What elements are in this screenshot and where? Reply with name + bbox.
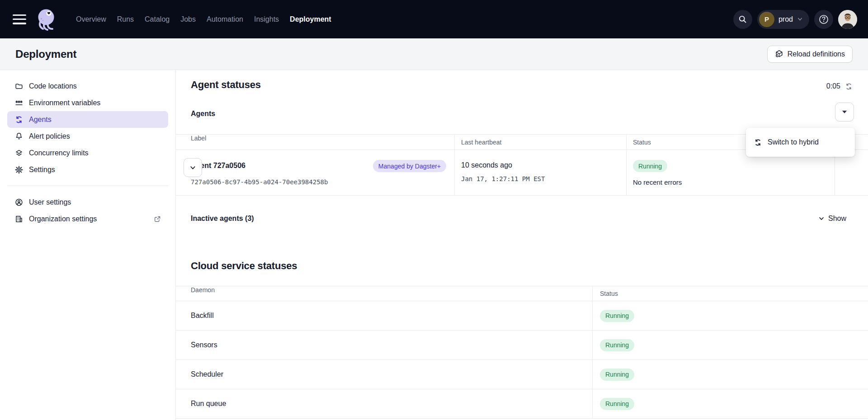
show-label: Show <box>828 215 846 223</box>
sidebar-item-concurrency-limits[interactable]: Concurrency limits <box>7 145 168 161</box>
nav-item-jobs[interactable]: Jobs <box>175 0 201 38</box>
search-icon <box>738 15 747 23</box>
daemon-row-backfill: Backfill Running <box>176 301 868 331</box>
sidebar-item-label: Organization settings <box>29 215 97 223</box>
bell-icon <box>15 132 23 140</box>
building-icon <box>15 215 23 223</box>
cloud-service-statuses-title: Cloud service statuses <box>191 260 297 272</box>
settings-sidebar: Code locations Environment variables <box>0 70 176 420</box>
daemon-row-sensors: Sensors Running <box>176 331 868 360</box>
daemon-name: Sensors <box>176 331 592 359</box>
sidebar-item-code-locations[interactable]: Code locations <box>7 78 168 94</box>
nav-item-overview[interactable]: Overview <box>71 0 112 38</box>
help-button[interactable] <box>814 10 833 29</box>
agent-row-menu-button[interactable] <box>184 158 202 177</box>
chevron-down-icon <box>818 215 825 222</box>
refresh-timer: 0:05 <box>826 82 853 90</box>
daemon-status-badge: Running <box>600 310 634 322</box>
hamburger-menu-icon[interactable] <box>13 14 26 24</box>
avatar-photo <box>838 10 857 29</box>
agent-row: Agent 727a0506 Managed by Dagster+ 727a0… <box>176 150 868 196</box>
caret-down-icon <box>842 111 847 113</box>
heartbeat-relative: 10 seconds ago <box>461 160 626 169</box>
external-link-icon <box>154 215 161 223</box>
reload-definitions-label: Reload definitions <box>788 50 845 58</box>
sidebar-item-environment-variables[interactable]: Environment variables <box>7 94 168 111</box>
sidebar-divider <box>7 186 168 186</box>
agents-icon <box>15 116 23 124</box>
sidebar-item-agents[interactable]: Agents <box>7 111 168 128</box>
managed-by-badge: Managed by Dagster+ <box>373 160 446 172</box>
reload-cube-icon <box>775 50 783 58</box>
inactive-agents-row: Inactive agents (3) Show <box>191 215 846 223</box>
daemon-status-badge: Running <box>600 398 634 410</box>
agent-statuses-title: Agent statuses <box>191 79 261 91</box>
gear-icon <box>15 166 23 174</box>
nav-item-catalog[interactable]: Catalog <box>139 0 175 38</box>
column-header-last-heartbeat: Last heartbeat <box>454 134 626 150</box>
agent-status-detail: No recent errors <box>633 178 835 186</box>
agents-actions-menu: Switch to hybrid <box>746 128 855 157</box>
nav-item-automation[interactable]: Automation <box>201 0 249 38</box>
daemon-status-badge: Running <box>600 369 634 381</box>
sidebar-item-alert-policies[interactable]: Alert policies <box>7 128 168 145</box>
agent-id: 727a0506-8c97-4b95-a024-70ee3984258b <box>191 178 454 186</box>
agents-main-panel: Agent statuses 0:05 Agents Label Last he… <box>176 70 868 420</box>
sidebar-item-label: Code locations <box>29 82 77 90</box>
sidebar-item-label: Agents <box>29 116 52 124</box>
column-header-daemon: Daemon <box>176 286 592 301</box>
daemon-row-scheduler: Scheduler Running <box>176 360 868 389</box>
daemon-name: Backfill <box>176 301 592 330</box>
column-header-status: Status <box>592 286 868 301</box>
deployment-name: prod <box>778 15 793 23</box>
sidebar-item-label: User settings <box>29 198 71 206</box>
app-window: Overview Runs Catalog Jobs Automation In… <box>0 0 868 420</box>
primary-nav: Overview Runs Catalog Jobs Automation In… <box>71 0 337 38</box>
reload-definitions-button[interactable]: Reload definitions <box>767 46 853 63</box>
sidebar-item-organization-settings[interactable]: Organization settings <box>7 210 168 227</box>
nav-item-deployment[interactable]: Deployment <box>284 0 337 38</box>
env-vars-icon <box>15 99 23 107</box>
user-circle-icon <box>15 198 23 206</box>
refresh-countdown: 0:05 <box>826 82 840 90</box>
deployment-switcher[interactable]: P prod <box>757 10 809 29</box>
sidebar-item-settings[interactable]: Settings <box>7 161 168 178</box>
cloud-table-header: Daemon Status <box>176 286 868 301</box>
nav-item-runs[interactable]: Runs <box>112 0 139 38</box>
heartbeat-timestamp: Jan 17, 1:27:11 PM EST <box>461 175 626 182</box>
folder-icon <box>15 82 23 90</box>
deployment-initial-badge: P <box>759 12 774 27</box>
inactive-agents-show-toggle[interactable]: Show <box>818 215 846 223</box>
sidebar-item-label: Environment variables <box>29 99 100 107</box>
agents-section-title: Agents <box>191 110 215 118</box>
page-title: Deployment <box>15 48 76 61</box>
menu-item-label: Switch to hybrid <box>768 138 819 146</box>
sidebar-item-label: Concurrency limits <box>29 149 89 157</box>
cloud-services-table: Daemon Status Backfill Running Sensors R… <box>176 286 868 419</box>
nav-item-insights[interactable]: Insights <box>249 0 284 38</box>
daemon-name: Scheduler <box>176 360 592 389</box>
search-button[interactable] <box>733 10 752 29</box>
agents-icon <box>754 139 762 146</box>
daemon-name: Run queue <box>176 389 592 418</box>
column-header-label: Label <box>176 135 454 149</box>
refresh-icon[interactable] <box>845 83 853 90</box>
chevron-down-icon <box>797 16 803 22</box>
sidebar-item-label: Alert policies <box>29 132 70 140</box>
top-nav: Overview Runs Catalog Jobs Automation In… <box>0 0 868 38</box>
dagster-logo-icon[interactable] <box>34 6 58 33</box>
agent-status-badge: Running <box>633 160 667 172</box>
sidebar-item-user-settings[interactable]: User settings <box>7 194 168 210</box>
menu-item-switch-to-hybrid[interactable]: Switch to hybrid <box>754 138 819 146</box>
agents-actions-dropdown-button[interactable] <box>835 103 854 121</box>
inactive-agents-title: Inactive agents (3) <box>191 215 254 223</box>
help-icon <box>818 14 829 25</box>
sidebar-item-label: Settings <box>29 166 55 174</box>
daemon-row-run-queue: Run queue Running <box>176 389 868 419</box>
user-avatar[interactable] <box>838 10 857 29</box>
page-header: Deployment Reload definitions <box>0 38 868 70</box>
daemon-status-badge: Running <box>600 339 634 351</box>
chevron-down-icon <box>189 164 196 171</box>
layers-icon <box>15 149 23 157</box>
